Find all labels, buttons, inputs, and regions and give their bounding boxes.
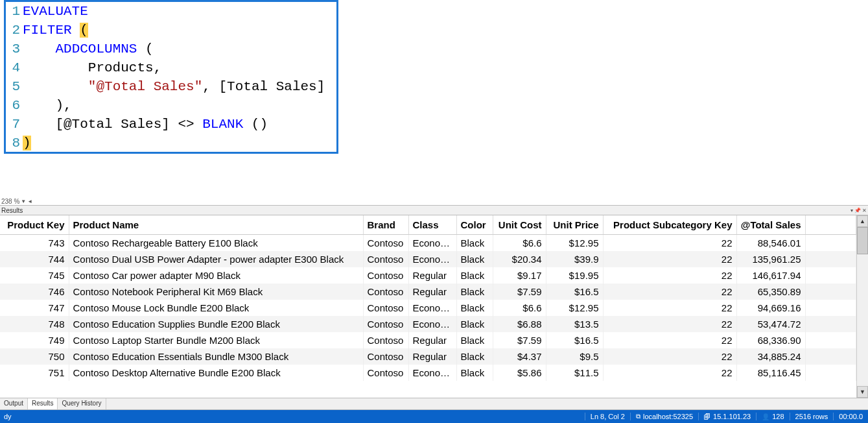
table-cell[interactable]: 34,885.24 bbox=[736, 348, 805, 365]
table-cell[interactable]: $7.59 bbox=[493, 284, 546, 300]
panel-close-icon[interactable]: ✕ bbox=[862, 208, 867, 213]
table-cell[interactable]: Economy bbox=[408, 251, 456, 267]
table-cell[interactable]: 22 bbox=[603, 316, 736, 332]
code-line[interactable]: "@Total Sales", [Total Sales] bbox=[23, 77, 336, 96]
table-cell[interactable]: $6.6 bbox=[493, 300, 546, 316]
column-header[interactable]: Brand bbox=[363, 215, 408, 235]
table-cell[interactable]: $9.17 bbox=[493, 267, 546, 284]
code-line[interactable]: FILTER ( bbox=[23, 21, 336, 40]
table-cell[interactable]: 750 bbox=[0, 348, 69, 365]
table-cell[interactable]: Contoso bbox=[363, 348, 408, 365]
table-cell[interactable]: 68,336.90 bbox=[736, 332, 805, 348]
scroll-thumb[interactable] bbox=[857, 227, 868, 254]
table-cell[interactable]: $13.5 bbox=[546, 316, 603, 332]
table-cell[interactable]: $5.86 bbox=[493, 365, 546, 381]
table-cell[interactable]: 22 bbox=[603, 365, 736, 381]
table-cell[interactable]: 22 bbox=[603, 267, 736, 284]
scroll-up-button[interactable]: ▲ bbox=[857, 215, 868, 227]
table-cell[interactable]: Contoso bbox=[363, 316, 408, 332]
code-content[interactable]: EVALUATEFILTER ( ADDCOLUMNS ( Products, … bbox=[23, 2, 336, 152]
column-header[interactable]: Product Key bbox=[0, 215, 69, 235]
column-header[interactable]: Product Subcategory Key bbox=[603, 215, 736, 235]
table-cell[interactable]: 22 bbox=[603, 251, 736, 267]
column-header[interactable]: Product Name bbox=[69, 215, 363, 235]
table-cell[interactable]: Regular bbox=[408, 348, 456, 365]
code-line[interactable]: [@Total Sales] <> BLANK () bbox=[23, 115, 336, 134]
table-cell[interactable]: Contoso Laptop Starter Bundle M200 Black bbox=[69, 332, 363, 348]
column-header[interactable]: @Total Sales bbox=[736, 215, 805, 235]
table-cell[interactable]: 22 bbox=[603, 284, 736, 300]
table-cell[interactable]: $6.88 bbox=[493, 316, 546, 332]
table-cell[interactable]: Economy bbox=[408, 300, 456, 316]
tab-results[interactable]: Results bbox=[28, 398, 58, 409]
table-row[interactable]: 749Contoso Laptop Starter Bundle M200 Bl… bbox=[0, 332, 856, 348]
code-editor[interactable]: 12345678 EVALUATEFILTER ( ADDCOLUMNS ( P… bbox=[0, 0, 868, 205]
table-cell[interactable]: Black bbox=[456, 284, 493, 300]
code-line[interactable]: Products, bbox=[23, 58, 336, 77]
table-cell[interactable]: 746 bbox=[0, 284, 69, 300]
scroll-down-button[interactable]: ▼ bbox=[857, 386, 868, 398]
table-cell[interactable]: 22 bbox=[603, 332, 736, 348]
tab-output[interactable]: Output bbox=[0, 398, 28, 409]
table-row[interactable]: 750Contoso Education Essentials Bundle M… bbox=[0, 348, 856, 365]
table-row[interactable]: 743Contoso Rechargeable Battery E100 Bla… bbox=[0, 235, 856, 252]
table-row[interactable]: 746Contoso Notebook Peripheral Kit M69 B… bbox=[0, 284, 856, 300]
table-cell[interactable]: 751 bbox=[0, 365, 69, 381]
tab-query-history[interactable]: Query History bbox=[58, 398, 106, 409]
table-cell[interactable]: Black bbox=[456, 300, 493, 316]
table-cell[interactable]: Contoso Notebook Peripheral Kit M69 Blac… bbox=[69, 284, 363, 300]
table-cell[interactable]: Regular bbox=[408, 332, 456, 348]
table-row[interactable]: 751Contoso Desktop Alternative Bundle E2… bbox=[0, 365, 856, 381]
table-cell[interactable]: Black bbox=[456, 332, 493, 348]
table-cell[interactable]: Contoso Education Essentials Bundle M300… bbox=[69, 348, 363, 365]
table-cell[interactable]: Contoso bbox=[363, 365, 408, 381]
table-cell[interactable]: $12.95 bbox=[546, 300, 603, 316]
table-cell[interactable]: 22 bbox=[603, 300, 736, 316]
table-cell[interactable]: Black bbox=[456, 316, 493, 332]
panel-dropdown-icon[interactable]: ▾ bbox=[850, 208, 853, 213]
table-cell[interactable]: Regular bbox=[408, 284, 456, 300]
results-grid[interactable]: Product KeyProduct NameBrandClassColorUn… bbox=[0, 215, 856, 398]
table-row[interactable]: 744Contoso Dual USB Power Adapter - powe… bbox=[0, 251, 856, 267]
table-cell[interactable]: Contoso bbox=[363, 251, 408, 267]
table-cell[interactable]: 745 bbox=[0, 267, 69, 284]
table-row[interactable]: 747Contoso Mouse Lock Bundle E200 BlackC… bbox=[0, 300, 856, 316]
column-header[interactable]: Unit Price bbox=[546, 215, 603, 235]
table-row[interactable]: 748Contoso Education Supplies Bundle E20… bbox=[0, 316, 856, 332]
table-cell[interactable]: $16.5 bbox=[546, 284, 603, 300]
table-cell[interactable]: 22 bbox=[603, 348, 736, 365]
column-header[interactable]: Color bbox=[456, 215, 493, 235]
table-cell[interactable]: 88,546.01 bbox=[736, 235, 805, 252]
table-cell[interactable]: 85,116.45 bbox=[736, 365, 805, 381]
table-cell[interactable]: Black bbox=[456, 348, 493, 365]
table-cell[interactable]: Black bbox=[456, 235, 493, 252]
table-cell[interactable]: $12.95 bbox=[546, 235, 603, 252]
table-cell[interactable]: Contoso bbox=[363, 332, 408, 348]
table-row[interactable]: 745Contoso Car power adapter M90 BlackCo… bbox=[0, 267, 856, 284]
table-cell[interactable]: 53,474.72 bbox=[736, 316, 805, 332]
table-cell[interactable]: Contoso bbox=[363, 284, 408, 300]
table-cell[interactable]: $19.95 bbox=[546, 267, 603, 284]
table-cell[interactable]: Economy bbox=[408, 365, 456, 381]
table-cell[interactable]: Black bbox=[456, 365, 493, 381]
table-cell[interactable]: Contoso Car power adapter M90 Black bbox=[69, 267, 363, 284]
table-cell[interactable]: Contoso bbox=[363, 267, 408, 284]
column-header[interactable]: Unit Cost bbox=[493, 215, 546, 235]
table-cell[interactable]: 146,617.94 bbox=[736, 267, 805, 284]
scroll-track[interactable] bbox=[857, 227, 868, 386]
table-cell[interactable]: Contoso Dual USB Power Adapter - power a… bbox=[69, 251, 363, 267]
table-cell[interactable]: Contoso Rechargeable Battery E100 Black bbox=[69, 235, 363, 252]
table-cell[interactable]: $9.5 bbox=[546, 348, 603, 365]
table-cell[interactable]: $20.34 bbox=[493, 251, 546, 267]
table-cell[interactable]: 94,669.16 bbox=[736, 300, 805, 316]
table-cell[interactable]: 65,350.89 bbox=[736, 284, 805, 300]
vertical-scrollbar[interactable]: ▲ ▼ bbox=[856, 215, 868, 398]
column-header[interactable]: Class bbox=[408, 215, 456, 235]
panel-pin-icon[interactable]: 📌 bbox=[854, 208, 861, 213]
code-line[interactable]: ), bbox=[23, 96, 336, 115]
code-line[interactable]: EVALUATE bbox=[23, 2, 336, 21]
table-cell[interactable]: Regular bbox=[408, 267, 456, 284]
table-cell[interactable]: $4.37 bbox=[493, 348, 546, 365]
code-line[interactable]: ) bbox=[23, 134, 336, 152]
table-cell[interactable]: 747 bbox=[0, 300, 69, 316]
